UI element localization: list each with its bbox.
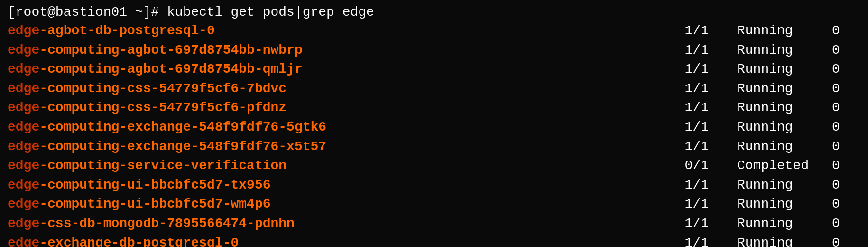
pod-restarts: 0 [832, 195, 860, 214]
pod-suffix: -computing-ui-bbcbfc5d7-wm4p6 [39, 197, 270, 211]
pod-status: Running [737, 118, 832, 137]
table-row: edge-computing-ui-bbcbfc5d7-wm4p61/1Runn… [8, 195, 860, 214]
pod-name: edge-computing-css-54779f5cf6-pfdnz [8, 98, 286, 118]
pod-prefix: edge [8, 81, 39, 96]
pod-ready: 1/1 [680, 176, 737, 195]
pod-suffix: -computing-css-54779f5cf6-7bdvc [39, 81, 286, 96]
command-line: [root@bastion01 ~]# kubectl get pods|gre… [8, 5, 860, 19]
pod-metrics: 1/1Running0 [680, 176, 860, 195]
pod-prefix: edge [8, 43, 39, 57]
table-row: edge-computing-agbot-697d8754bb-nwbrp1/1… [8, 41, 860, 60]
table-row: edge-computing-css-54779f5cf6-7bdvc1/1Ru… [8, 79, 860, 99]
pod-prefix: edge [8, 100, 39, 115]
table-row: edge-computing-exchange-548f9fdf76-x5t57… [8, 137, 860, 157]
pod-metrics: 1/1Running0 [680, 195, 860, 214]
pod-status: Running [737, 41, 832, 60]
table-row: edge-computing-css-54779f5cf6-pfdnz1/1Ru… [8, 98, 860, 118]
pod-ready: 1/1 [680, 98, 737, 118]
pod-name: edge-computing-agbot-697d8754bb-nwbrp [8, 41, 303, 60]
pod-metrics: 1/1Running0 [680, 234, 860, 247]
pod-prefix: edge [8, 120, 39, 134]
pod-status: Running [737, 60, 832, 79]
pod-status: Running [737, 21, 832, 41]
pod-restarts: 0 [832, 156, 860, 176]
pod-restarts: 0 [832, 176, 860, 195]
pod-metrics: 1/1Running0 [680, 98, 860, 118]
pod-restarts: 0 [832, 79, 860, 99]
pod-suffix: -agbot-db-postgresql-0 [39, 23, 215, 38]
pod-ready: 0/1 [680, 156, 737, 176]
pod-ready: 1/1 [680, 79, 737, 99]
pod-suffix: -computing-agbot-697d8754bb-qmljr [39, 62, 303, 76]
pod-restarts: 0 [832, 60, 860, 79]
pod-suffix: -computing-agbot-697d8754bb-nwbrp [39, 43, 303, 57]
pod-prefix: edge [8, 62, 39, 76]
pod-metrics: 1/1Running0 [680, 21, 860, 41]
pod-name: edge-exchange-db-postgresql-0 [8, 234, 239, 247]
pod-metrics: 1/1Running0 [680, 60, 860, 79]
pod-ready: 1/1 [680, 21, 737, 41]
pod-status: Running [737, 234, 832, 247]
pod-name: edge-css-db-mongodb-7895566474-pdnhn [8, 214, 295, 234]
pod-restarts: 0 [832, 41, 860, 60]
table-row: edge-agbot-db-postgresql-01/1Running0 [8, 21, 860, 41]
pod-ready: 1/1 [680, 60, 737, 79]
pod-metrics: 1/1Running0 [680, 214, 860, 234]
pod-status: Running [737, 79, 832, 99]
pod-ready: 1/1 [680, 234, 737, 247]
pod-restarts: 0 [832, 214, 860, 234]
pod-suffix: -computing-service-verification [39, 158, 286, 173]
table-row: edge-exchange-db-postgresql-01/1Running0 [8, 234, 860, 247]
pod-restarts: 0 [832, 21, 860, 41]
pod-ready: 1/1 [680, 195, 737, 214]
pod-suffix: -computing-exchange-548f9fdf76-5gtk6 [39, 120, 326, 134]
pod-prefix: edge [8, 216, 39, 231]
pod-prefix: edge [8, 139, 39, 154]
table-row: edge-computing-ui-bbcbfc5d7-tx9561/1Runn… [8, 176, 860, 195]
pod-prefix: edge [8, 178, 39, 192]
pod-status: Running [737, 176, 832, 195]
pod-name: edge-agbot-db-postgresql-0 [8, 21, 215, 41]
pod-suffix: -computing-css-54779f5cf6-pfdnz [39, 100, 286, 115]
pod-ready: 1/1 [680, 137, 737, 157]
pod-status: Completed [737, 156, 832, 176]
pod-ready: 1/1 [680, 41, 737, 60]
pod-status: Running [737, 137, 832, 157]
pod-restarts: 0 [832, 234, 860, 247]
pod-restarts: 0 [832, 98, 860, 118]
table-row: edge-computing-service-verification0/1Co… [8, 156, 860, 176]
pod-metrics: 0/1Completed0 [680, 156, 860, 176]
pod-list: edge-agbot-db-postgresql-01/1Running0edg… [8, 21, 860, 247]
pod-metrics: 1/1Running0 [680, 79, 860, 99]
pod-suffix: -exchange-db-postgresql-0 [39, 236, 239, 247]
pod-name: edge-computing-ui-bbcbfc5d7-tx956 [8, 176, 271, 195]
pod-name: edge-computing-service-verification [8, 156, 286, 176]
pod-metrics: 1/1Running0 [680, 137, 860, 157]
pod-prefix: edge [8, 23, 39, 38]
pod-prefix: edge [8, 197, 39, 211]
pod-restarts: 0 [832, 137, 860, 157]
pod-suffix: -computing-exchange-548f9fdf76-x5t57 [39, 139, 326, 154]
pod-status: Running [737, 98, 832, 118]
pod-status: Running [737, 214, 832, 234]
pod-metrics: 1/1Running0 [680, 118, 860, 137]
pod-prefix: edge [8, 236, 39, 247]
pod-suffix: -computing-ui-bbcbfc5d7-tx956 [39, 178, 270, 192]
pod-suffix: -css-db-mongodb-7895566474-pdnhn [39, 216, 295, 231]
terminal: [root@bastion01 ~]# kubectl get pods|gre… [8, 5, 860, 247]
pod-name: edge-computing-ui-bbcbfc5d7-wm4p6 [8, 195, 271, 214]
pod-metrics: 1/1Running0 [680, 41, 860, 60]
pod-name: edge-computing-exchange-548f9fdf76-x5t57 [8, 137, 326, 157]
pod-status: Running [737, 195, 832, 214]
pod-restarts: 0 [832, 118, 860, 137]
pod-prefix: edge [8, 158, 39, 173]
pod-name: edge-computing-exchange-548f9fdf76-5gtk6 [8, 118, 326, 137]
pod-name: edge-computing-css-54779f5cf6-7bdvc [8, 79, 286, 99]
table-row: edge-css-db-mongodb-7895566474-pdnhn1/1R… [8, 214, 860, 234]
pod-ready: 1/1 [680, 118, 737, 137]
pod-name: edge-computing-agbot-697d8754bb-qmljr [8, 60, 303, 79]
table-row: edge-computing-exchange-548f9fdf76-5gtk6… [8, 118, 860, 137]
table-row: edge-computing-agbot-697d8754bb-qmljr1/1… [8, 60, 860, 79]
pod-ready: 1/1 [680, 214, 737, 234]
